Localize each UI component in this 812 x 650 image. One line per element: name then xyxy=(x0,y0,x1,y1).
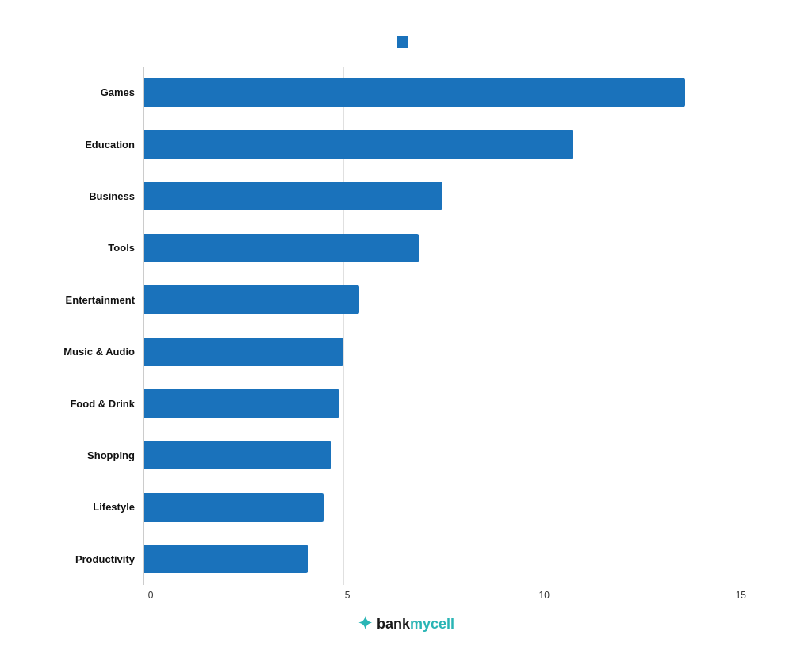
y-label-games: Games xyxy=(32,73,135,113)
bar-row xyxy=(144,176,780,216)
bar-education xyxy=(144,130,573,159)
logo-text: bankmycell xyxy=(377,616,454,633)
bar-row xyxy=(144,280,780,319)
bar-row xyxy=(144,124,780,164)
x-axis: 051015 xyxy=(151,585,780,604)
chart-legend xyxy=(32,36,780,48)
x-tick: 15 xyxy=(736,590,746,601)
y-label-music-&-audio: Music & Audio xyxy=(32,332,135,372)
bars-area xyxy=(143,67,780,585)
bar-row xyxy=(144,384,780,423)
bar-business xyxy=(144,182,442,210)
bar-shopping xyxy=(144,441,331,469)
logo-icon: ✦ xyxy=(358,614,372,634)
legend-color-box xyxy=(397,36,408,48)
y-label-education: Education xyxy=(32,124,135,164)
bar-row xyxy=(144,332,780,372)
x-tick: 0 xyxy=(148,590,154,601)
bar-row xyxy=(144,73,780,113)
bar-row xyxy=(144,435,780,475)
chart-container: GamesEducationBusinessToolsEntertainment… xyxy=(32,67,780,585)
bar-lifestyle xyxy=(144,493,324,522)
y-label-entertainment: Entertainment xyxy=(32,280,135,319)
y-label-lifestyle: Lifestyle xyxy=(32,488,135,527)
y-label-tools: Tools xyxy=(32,228,135,268)
y-label-shopping: Shopping xyxy=(32,435,135,475)
bar-row xyxy=(144,539,780,579)
y-label-business: Business xyxy=(32,176,135,216)
y-label-food-&-drink: Food & Drink xyxy=(32,384,135,423)
bar-games xyxy=(144,78,685,107)
bar-entertainment xyxy=(144,285,359,314)
bar-productivity xyxy=(144,545,308,573)
chart-area: GamesEducationBusinessToolsEntertainment… xyxy=(32,67,780,604)
logo: ✦ bankmycell xyxy=(358,614,454,634)
y-axis-labels: GamesEducationBusinessToolsEntertainment… xyxy=(32,67,143,585)
x-tick: 10 xyxy=(539,590,550,601)
bar-row xyxy=(144,228,780,268)
x-tick: 5 xyxy=(345,590,350,601)
bar-tools xyxy=(144,234,419,262)
bar-food-&-drink xyxy=(144,389,339,418)
bar-music-&-audio xyxy=(144,338,343,366)
bar-row xyxy=(144,488,780,527)
y-label-productivity: Productivity xyxy=(32,539,135,579)
logo-teal: mycell xyxy=(410,616,454,632)
